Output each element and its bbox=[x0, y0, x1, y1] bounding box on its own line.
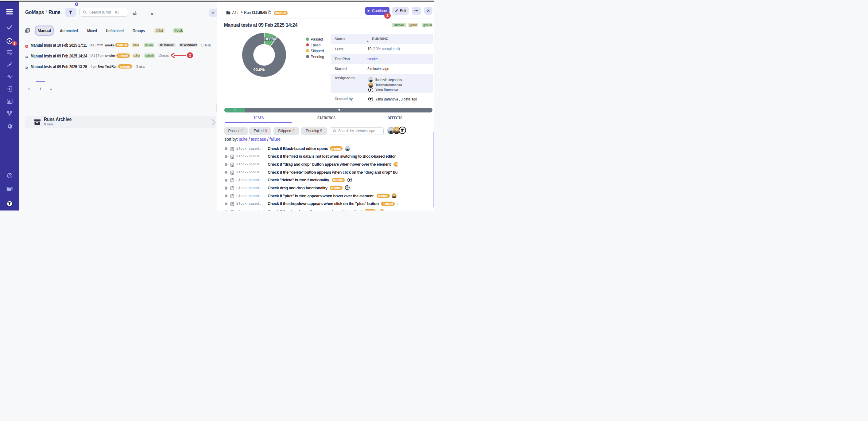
svg-text:10.0%: 10.0% bbox=[264, 36, 275, 41]
svg-text:2: 2 bbox=[231, 165, 232, 166]
svg-text:2: 2 bbox=[231, 173, 232, 174]
svg-text:2: 2 bbox=[231, 149, 232, 150]
svg-text:2: 2 bbox=[231, 188, 232, 190]
svg-text:2: 2 bbox=[231, 180, 232, 182]
svg-text:90.0%: 90.0% bbox=[253, 67, 265, 72]
svg-text:2: 2 bbox=[231, 157, 232, 158]
svg-text:2: 2 bbox=[231, 204, 232, 205]
svg-text:2: 2 bbox=[231, 196, 232, 198]
